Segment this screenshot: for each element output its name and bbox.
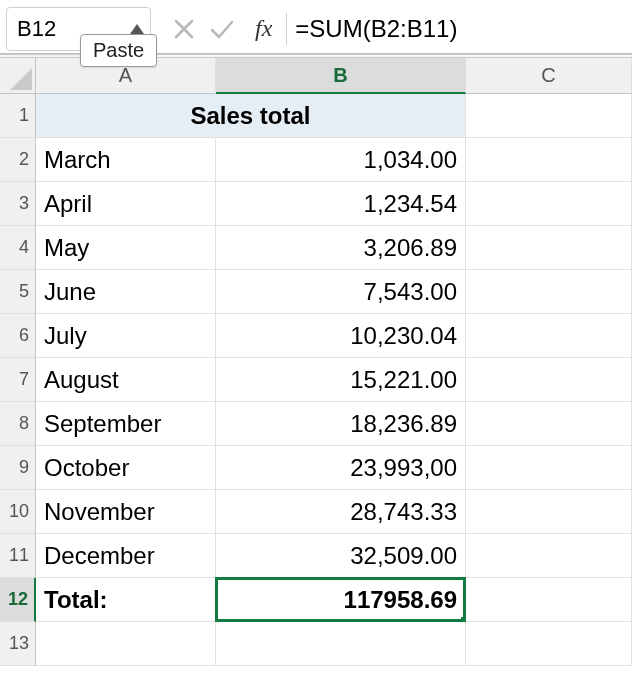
row-6: July 10,230.04 [36,314,632,358]
cell-b13[interactable] [216,622,466,666]
cell-a3[interactable]: April [36,182,216,226]
cell-c10[interactable] [466,490,632,534]
cell-c2[interactable] [466,138,632,182]
cell-c7[interactable] [466,358,632,402]
cell-a12[interactable]: Total: [36,578,216,622]
row-header-10[interactable]: 10 [0,490,36,534]
cell-b4[interactable]: 3,206.89 [216,226,466,270]
cell-c13[interactable] [466,622,632,666]
cell-c6[interactable] [466,314,632,358]
row-header-4[interactable]: 4 [0,226,36,270]
cancel-icon[interactable] [173,18,195,40]
row-header-6[interactable]: 6 [0,314,36,358]
cell-c8[interactable] [466,402,632,446]
row-header-9[interactable]: 9 [0,446,36,490]
col-header-c[interactable]: C [466,58,632,94]
row-header-3[interactable]: 3 [0,182,36,226]
cell-b5[interactable]: 7,543.00 [216,270,466,314]
formula-bar-actions [173,18,235,40]
cell-c4[interactable] [466,226,632,270]
cell-b12-value: 117958.69 [344,586,457,614]
row-8: September 18,236.89 [36,402,632,446]
name-box-dropdown-icon[interactable] [130,24,144,34]
confirm-icon[interactable] [209,18,235,40]
row-5: June 7,543.00 [36,270,632,314]
row-12: Total: 117958.69 [36,578,632,622]
row-header-2[interactable]: 2 [0,138,36,182]
row-header-13[interactable]: 13 [0,622,36,666]
cell-c11[interactable] [466,534,632,578]
cell-c1[interactable] [466,94,632,138]
cell-c5[interactable] [466,270,632,314]
select-all-corner[interactable] [0,58,36,94]
row-header-1[interactable]: 1 [0,94,36,138]
cell-a2[interactable]: March [36,138,216,182]
grid: A B C Sales total March 1,034.00 April 1… [36,58,632,666]
col-header-b[interactable]: B [216,58,466,94]
formula-bar: B12 Paste fx =SUM(B2:B11) [0,0,632,54]
fx-label[interactable]: fx [255,15,272,42]
cell-b6[interactable]: 10,230.04 [216,314,466,358]
cell-b8[interactable]: 18,236.89 [216,402,466,446]
cell-c3[interactable] [466,182,632,226]
spreadsheet: 1 2 3 4 5 6 7 8 9 10 11 12 13 A B C Sale… [0,58,632,666]
divider [286,13,287,45]
row-13 [36,622,632,666]
cell-a8[interactable]: September [36,402,216,446]
row-1: Sales total [36,94,632,138]
row-3: April 1,234.54 [36,182,632,226]
cell-b7[interactable]: 15,221.00 [216,358,466,402]
row-7: August 15,221.00 [36,358,632,402]
cell-a7[interactable]: August [36,358,216,402]
row-header-11[interactable]: 11 [0,534,36,578]
cell-reference: B12 [17,16,56,42]
row-2: March 1,034.00 [36,138,632,182]
cell-a11[interactable]: December [36,534,216,578]
row-header-8[interactable]: 8 [0,402,36,446]
cell-b10[interactable]: 28,743.33 [216,490,466,534]
row-10: November 28,743.33 [36,490,632,534]
formula-input[interactable]: =SUM(B2:B11) [295,15,632,43]
cell-b11[interactable]: 32,509.00 [216,534,466,578]
row-header-7[interactable]: 7 [0,358,36,402]
svg-marker-0 [130,24,144,34]
cell-a13[interactable] [36,622,216,666]
cell-a10[interactable]: November [36,490,216,534]
row-header-12[interactable]: 12 [0,578,36,622]
row-header-gutter: 1 2 3 4 5 6 7 8 9 10 11 12 13 [0,58,36,666]
row-11: December 32,509.00 [36,534,632,578]
cell-b9[interactable]: 23,993,00 [216,446,466,490]
cell-c12[interactable] [466,578,632,622]
cell-b2[interactable]: 1,034.00 [216,138,466,182]
cell-a9[interactable]: October [36,446,216,490]
paste-tooltip: Paste [80,34,157,67]
cell-b12[interactable]: 117958.69 [216,578,466,622]
row-4: May 3,206.89 [36,226,632,270]
cell-a1-b1[interactable]: Sales total [36,94,466,138]
row-header-5[interactable]: 5 [0,270,36,314]
row-9: October 23,993,00 [36,446,632,490]
cell-b3[interactable]: 1,234.54 [216,182,466,226]
cell-c9[interactable] [466,446,632,490]
cell-a6[interactable]: July [36,314,216,358]
cell-a5[interactable]: June [36,270,216,314]
cell-a4[interactable]: May [36,226,216,270]
